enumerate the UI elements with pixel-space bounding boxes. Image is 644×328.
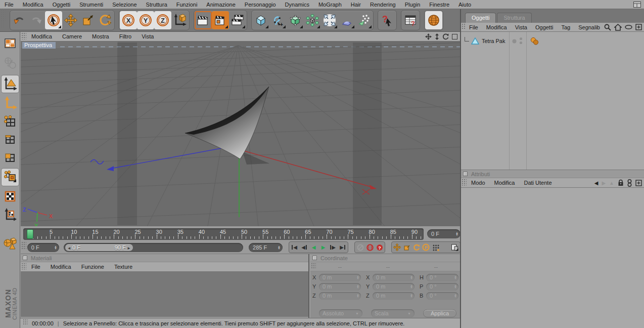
record-rotation-toggle[interactable] — [411, 242, 421, 252]
move-button[interactable] — [62, 11, 79, 29]
lock-y-axis-button[interactable]: Y — [137, 11, 154, 29]
coordinates-drag-handle[interactable] — [310, 262, 316, 269]
object-manager-menu-item[interactable]: File — [465, 23, 482, 31]
coordinates-title-bar[interactable]: Coordinate — [310, 254, 461, 262]
viewport[interactable]: Z X Y Prospettiva — [21, 42, 460, 226]
add-particles-button[interactable] — [355, 11, 373, 29]
content-browser-button[interactable]: ? — [402, 11, 419, 29]
materials-title-bar[interactable]: Materiali — [21, 254, 308, 262]
scale-field[interactable]: 0 m▲▼ — [373, 274, 415, 281]
viewport-menu-drag-handle[interactable] — [21, 32, 26, 39]
add-panel-icon[interactable] — [635, 180, 642, 186]
scale-field[interactable]: 0 m▲▼ — [373, 283, 415, 291]
attributes-menu-item[interactable]: Modifica — [490, 179, 520, 187]
menu-item[interactable]: Struttura — [142, 1, 172, 9]
pan-view-icon[interactable] — [425, 33, 432, 40]
current-frame-field[interactable]: 0 F ▲▼ — [427, 229, 461, 238]
model-mode-button[interactable] — [2, 75, 19, 93]
menu-item[interactable]: Aiuto — [454, 1, 476, 9]
materials-menu-item[interactable]: File — [26, 263, 45, 271]
polygons-mode-button[interactable] — [2, 149, 19, 167]
world-coordinates-button[interactable] — [2, 54, 19, 71]
menu-item[interactable]: Personaggio — [240, 1, 281, 9]
window-layout-icon[interactable] — [633, 2, 641, 8]
history-back-icon[interactable]: ◀ — [594, 180, 599, 186]
materials-drag-handle[interactable] — [21, 262, 26, 270]
menu-item[interactable]: Modifica — [18, 1, 48, 9]
panel-checkbox[interactable] — [312, 256, 317, 260]
object-name[interactable]: Tetra Pak — [479, 38, 505, 44]
lock-z-axis-button[interactable]: Z — [154, 11, 171, 29]
lock-icon[interactable] — [618, 179, 624, 186]
frame-range-handle[interactable]: ◄ 0 F 90 F ► — [65, 244, 133, 251]
add-environment-button[interactable] — [338, 11, 355, 29]
add-panel-icon[interactable] — [635, 24, 642, 30]
add-deformer-button[interactable] — [321, 11, 338, 29]
history-forward-icon[interactable]: ▶ — [602, 180, 606, 186]
menu-item[interactable]: Strumenti — [75, 1, 108, 9]
add-cube-button[interactable] — [252, 11, 269, 29]
attributes-drag-handle[interactable] — [461, 178, 467, 186]
texture-axis-mode-button[interactable] — [2, 206, 19, 223]
object-axis-mode-button[interactable] — [2, 95, 19, 112]
viewport-menu-item[interactable]: Mostra — [87, 32, 114, 40]
go-to-end-button[interactable]: ▶ — [338, 242, 347, 252]
menu-item[interactable]: Dynamics — [281, 1, 314, 9]
document-end-frame-field[interactable]: 285 F ▲▼ — [249, 243, 283, 252]
render-settings-button[interactable] — [212, 11, 229, 29]
menu-item[interactable]: Oggetti — [48, 1, 75, 9]
menu-item[interactable]: Funzioni — [172, 1, 202, 9]
current-frame-marker[interactable] — [27, 229, 33, 239]
lock-x-axis-button[interactable]: X — [120, 11, 137, 29]
status-drag-handle[interactable] — [22, 318, 28, 325]
coordinate-system-button[interactable] — [171, 11, 189, 29]
attributes-menu-item[interactable]: Dati Utente — [520, 179, 557, 187]
undo-button[interactable] — [11, 11, 28, 29]
toolbar-drag-handle[interactable] — [0, 9, 6, 27]
home-icon[interactable] — [614, 24, 622, 31]
points-mode-button[interactable] — [2, 113, 19, 130]
render-visibility-dots[interactable] — [519, 37, 523, 45]
add-hypernurbs-button[interactable] — [287, 11, 304, 29]
play-backwards-button[interactable]: ◀ — [309, 242, 318, 252]
live-selection-button[interactable] — [45, 11, 62, 29]
object-manager-menu-item[interactable]: Modifica — [482, 23, 511, 31]
search-icon[interactable] — [604, 24, 611, 31]
object-manager-tree[interactable]: Tetra Pak — [461, 32, 644, 170]
viewport-menu-item[interactable]: Modifica — [26, 32, 57, 40]
timeline-ruler[interactable]: 051015202530354045505560657075808590 — [23, 228, 424, 240]
add-array-button[interactable] — [304, 11, 321, 29]
object-manager-tab[interactable]: Oggetti — [465, 13, 496, 23]
record-help-button[interactable]: ? — [375, 242, 384, 252]
position-field[interactable]: 0 m▲▼ — [319, 292, 361, 300]
bookmark-history-icon[interactable] — [627, 179, 632, 187]
coordinate-mode-dropdown[interactable]: Assoluto▼ — [319, 309, 362, 317]
position-field[interactable]: 0 m▲▼ — [319, 283, 361, 291]
apply-button[interactable]: Applica — [423, 309, 456, 317]
menu-item[interactable]: Plugin — [400, 1, 425, 9]
next-frame-button[interactable]: ▶ — [328, 242, 338, 252]
materials-menu-item[interactable]: Modifica — [45, 263, 76, 271]
panel-checkbox[interactable] — [463, 172, 468, 176]
eye-icon[interactable] — [625, 25, 632, 29]
record-parameter-toggle[interactable]: P — [421, 242, 431, 252]
position-field[interactable]: 0 m▲▼ — [319, 274, 361, 281]
panel-checkbox[interactable] — [23, 256, 27, 260]
modeling-objects-button[interactable] — [2, 235, 19, 253]
frame-range-slider[interactable]: ◄ 0 F 90 F ► — [64, 243, 243, 252]
materials-list-area[interactable] — [21, 272, 308, 317]
object-manager-menu-item[interactable]: Oggetti — [531, 23, 557, 31]
record-keyframe-button[interactable] — [355, 242, 365, 252]
timeline-layout-button[interactable] — [450, 242, 459, 252]
texture-mode-button[interactable] — [2, 188, 19, 205]
maximize-view-icon[interactable] — [452, 34, 457, 39]
help-button[interactable]: ? — [379, 11, 396, 29]
record-scale-toggle[interactable] — [402, 242, 411, 252]
menu-item[interactable]: Selezione — [108, 1, 141, 9]
viewport-menu-item[interactable]: Camere — [57, 32, 87, 40]
record-position-toggle[interactable] — [392, 242, 402, 252]
object-manager-menu-item[interactable]: Segnalib — [574, 23, 604, 31]
zoom-view-icon[interactable] — [435, 33, 439, 40]
render-picture-viewer-button[interactable] — [229, 11, 246, 29]
redo-button[interactable] — [28, 11, 45, 29]
